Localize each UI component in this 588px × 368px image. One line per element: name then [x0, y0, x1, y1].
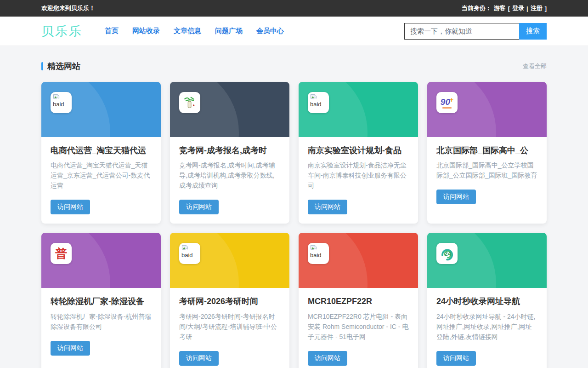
identity-prefix: 当前身份：: [462, 4, 492, 12]
card-banner: 普: [41, 233, 161, 288]
welcome-text: 欢迎您来到贝乐乐！: [41, 4, 95, 12]
site-title[interactable]: 竞考网-成考报名,成考时: [179, 145, 280, 156]
site-description: MCR10EZPF22R0 芯片电阻 - 表面安装 Rohm Semicondu…: [308, 311, 409, 342]
site-favicon: baid: [51, 92, 72, 113]
broken-image-icon: [181, 245, 188, 252]
register-link[interactable]: 注册: [531, 4, 543, 12]
identity-separator: |: [526, 5, 528, 12]
site-favicon: 24: [436, 243, 458, 264]
broken-image-icon: [53, 94, 60, 101]
site-description: 电商代运营_淘宝天猫代运营_天猫运营_京东运营_代运营公司-数麦代运营: [51, 160, 152, 190]
site-card: baid 电商代运营_淘宝天猫代运 电商代运营_淘宝天猫代运营_天猫运营_京东运…: [41, 82, 161, 224]
site-card: baid 考研网-2026考研时间 考研网-2026考研时间-考研报名时间/大纲…: [170, 233, 289, 368]
site-card: 普 转轮除湿机厂家-除湿设备 转轮除湿机厂家-除湿设备-杭州普瑞除湿设备有限公司…: [41, 233, 161, 368]
card-banner: 24: [427, 233, 547, 288]
sites-grid: baid 电商代运营_淘宝天猫代运 电商代运营_淘宝天猫代运营_天猫运营_京东运…: [41, 82, 547, 368]
visit-website-button[interactable]: 访问网站: [436, 190, 476, 204]
site-favicon: baid: [308, 243, 329, 264]
favicon-alt-text: baid: [53, 101, 64, 108]
nav-item-qa-plaza[interactable]: 问题广场: [215, 27, 243, 35]
site-description: 北京国际部_国际高中_公立学校国际部_公立国际部_国际班_国际教育: [436, 160, 537, 180]
card-banner: baid: [299, 233, 418, 288]
site-card: 24 24小时秒收录网址导航 24小时秒收录网址导航 - 24小时链,网址推广,…: [427, 233, 547, 368]
card-body: 考研网-2026考研时间 考研网-2026考研时间-考研报名时间/大纲/考研流程…: [170, 288, 289, 368]
site-title[interactable]: 电商代运营_淘宝天猫代运: [51, 145, 152, 156]
site-title[interactable]: MCR10EZPF22R: [308, 296, 409, 307]
card-body: 电商代运营_淘宝天猫代运 电商代运营_淘宝天猫代运营_天猫运营_京东运营_代运营…: [41, 137, 161, 224]
site-favicon: baid: [179, 243, 200, 264]
broken-image-icon: [310, 94, 317, 101]
favicon-alt-text: baid: [310, 252, 322, 259]
visit-website-button[interactable]: 访问网站: [308, 200, 347, 214]
section-title-text: 精选网站: [47, 61, 80, 72]
login-link[interactable]: 登录: [512, 4, 524, 12]
site-description: 南京实验室设计规划-食品洁净无尘车间-南京博泰科技创业服务有限公司: [308, 160, 409, 190]
site-title[interactable]: 转轮除湿机厂家-除湿设备: [51, 296, 152, 307]
logo-subtext-bar: [442, 107, 452, 109]
visit-website-button[interactable]: 访问网站: [51, 200, 90, 214]
svg-text:24: 24: [445, 251, 452, 258]
site-title[interactable]: 考研网-2026考研时间: [179, 296, 280, 307]
card-body: MCR10EZPF22R MCR10EZPF22R0 芯片电阻 - 表面安装 R…: [299, 288, 418, 368]
card-banner: [170, 82, 289, 137]
nav-item-home[interactable]: 首页: [105, 27, 119, 35]
favicon-letter: 普: [55, 247, 67, 259]
site-card: 竞考网-成考报名,成考时 竞考网-成考报名,成考时间,成考辅导,成考培训机构,成…: [170, 82, 289, 224]
view-all-link[interactable]: 查看全部: [523, 62, 547, 70]
ninety-plus-logo-icon: 90+: [441, 97, 453, 106]
card-body: 24小时秒收录网址导航 24小时秒收录网址导航 - 24小时链,网址推广,网址收…: [427, 288, 547, 368]
bracket-left: [: [508, 5, 510, 12]
site-favicon: baid: [308, 92, 329, 113]
main-content: 精选网站 查看全部 baid 电商代运营_淘宝天猫代运 电商代运营_淘宝天猫代运…: [41, 61, 547, 368]
visit-website-button[interactable]: 访问网站: [179, 351, 219, 366]
site-title[interactable]: 北京国际部_国际高中_公: [436, 145, 537, 156]
section-title: 精选网站: [41, 61, 80, 72]
identity-user: 游客: [494, 4, 506, 12]
site-card: baid MCR10EZPF22R MCR10EZPF22R0 芯片电阻 - 表…: [299, 233, 418, 368]
site-description: 24小时秒收录网址导航 - 24小时链,网址推广,网址收录,网址推广,网址登陆,…: [436, 311, 537, 342]
nav-item-site-directory[interactable]: 网站收录: [132, 27, 160, 35]
accent-bar-icon: [41, 62, 43, 70]
search-box: 搜索: [404, 23, 547, 40]
card-banner: 90+: [427, 82, 547, 137]
broken-image-icon: [310, 245, 317, 252]
site-logo[interactable]: 贝乐乐: [41, 23, 83, 40]
card-banner: baid: [299, 82, 418, 137]
card-body: 转轮除湿机厂家-除湿设备 转轮除湿机厂家-除湿设备-杭州普瑞除湿设备有限公司 访…: [41, 288, 161, 364]
site-card: 90+ 北京国际部_国际高中_公 北京国际部_国际高中_公立学校国际部_公立国际…: [427, 82, 547, 224]
card-banner: baid: [41, 82, 161, 137]
card-banner: baid: [170, 233, 289, 288]
site-title[interactable]: 南京实验室设计规划-食品: [308, 145, 409, 156]
card-body: 北京国际部_国际高中_公 北京国际部_国际高中_公立学校国际部_公立国际部_国际…: [427, 137, 547, 213]
identity-area: 当前身份： 游客 [ 登录 | 注册 ]: [462, 4, 547, 12]
plus-glyph: +: [450, 96, 453, 104]
site-title[interactable]: 24小时秒收录网址导航: [436, 296, 537, 307]
favicon-alt-text: baid: [310, 101, 322, 108]
visit-website-button[interactable]: 访问网站: [179, 200, 219, 214]
section-head: 精选网站 查看全部: [41, 61, 547, 72]
visit-website-button[interactable]: 访问网站: [51, 341, 90, 356]
card-body: 竞考网-成考报名,成考时 竞考网-成考报名,成考时间,成考辅导,成考培训机构,成…: [170, 137, 289, 224]
nav-item-member-center[interactable]: 会员中心: [256, 27, 284, 35]
site-description: 竞考网-成考报名,成考时间,成考辅导,成考培训机构,成考录取分数线,成考成绩查询: [179, 160, 280, 190]
site-favicon: 普: [51, 243, 72, 264]
site-header: 贝乐乐 首页 网站收录 文章信息 问题广场 会员中心 搜索: [0, 17, 588, 46]
site-favicon: [179, 92, 200, 113]
visit-website-button[interactable]: 访问网站: [436, 351, 476, 366]
nav-item-articles[interactable]: 文章信息: [174, 27, 201, 35]
art-logo-icon: [182, 95, 197, 110]
site-description: 转轮除湿机厂家-除湿设备-杭州普瑞除湿设备有限公司: [51, 311, 152, 332]
main-nav: 首页 网站收录 文章信息 问题广场 会员中心: [105, 27, 404, 35]
twenty-four-logo-icon: 24: [439, 246, 455, 261]
broken-favicon: baid: [308, 243, 329, 264]
favicon-alt-text: baid: [181, 252, 193, 259]
site-description: 考研网-2026考研时间-考研报名时间/大纲/考研流程-培训辅导班-中公考研: [179, 311, 280, 342]
visit-website-button[interactable]: 访问网站: [308, 351, 347, 366]
site-card: baid 南京实验室设计规划-食品 南京实验室设计规划-食品洁净无尘车间-南京博…: [299, 82, 418, 224]
search-input[interactable]: [404, 23, 519, 40]
search-button[interactable]: 搜索: [519, 23, 547, 40]
broken-favicon: baid: [179, 243, 200, 264]
card-body: 南京实验室设计规划-食品 南京实验室设计规划-食品洁净无尘车间-南京博泰科技创业…: [299, 137, 418, 224]
topbar: 欢迎您来到贝乐乐！ 当前身份： 游客 [ 登录 | 注册 ]: [0, 0, 588, 17]
bracket-right: ]: [545, 5, 547, 12]
